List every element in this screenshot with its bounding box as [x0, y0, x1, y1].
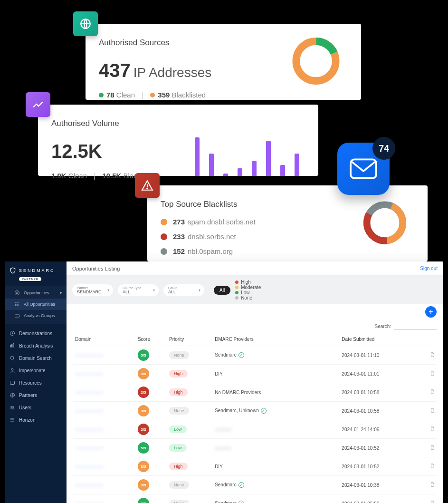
target-icon	[14, 290, 20, 296]
nav-group-opportunities: Opportunities▾ All Opportunities Analysi…	[5, 286, 67, 324]
document-icon	[430, 389, 435, 395]
cell-actions[interactable]	[420, 402, 437, 420]
cell-actions[interactable]	[420, 476, 437, 494]
warning-icon	[135, 173, 160, 198]
cell-actions[interactable]	[420, 457, 437, 476]
severity-high[interactable]: High	[235, 280, 261, 285]
svg-point-9	[16, 292, 18, 294]
col-domain[interactable]: Domain	[73, 333, 136, 346]
nav-resources[interactable]: Resources	[5, 377, 67, 389]
cell-actions[interactable]	[420, 346, 437, 365]
nav-all-opportunities[interactable]: All Opportunities	[5, 299, 67, 310]
svg-rect-15	[12, 344, 13, 347]
signout-link[interactable]: Sign out	[420, 266, 438, 271]
severity-none[interactable]: None	[235, 295, 261, 300]
nav-opportunities[interactable]: Opportunities▾	[5, 287, 67, 299]
table-row[interactable]: xxxxxxxxxxxx5/5NoneSendmarc✓2024-03-01 1…	[73, 346, 437, 365]
nav-impersonate[interactable]: Impersonate	[5, 364, 67, 377]
col-dmarc-providers[interactable]: DMARC Providers	[213, 333, 340, 346]
svg-point-22	[13, 406, 14, 408]
table-row[interactable]: xxxxxxxxxxxx5/5NoneSendmarc✓2024-03-01 0…	[73, 494, 437, 503]
cell-actions[interactable]	[420, 420, 437, 439]
severity-low[interactable]: Low	[235, 290, 261, 295]
table-row[interactable]: xxxxxxxxxxxx5/5Lowxxxxxxx2024-03-01 10:5…	[73, 439, 437, 457]
cell-domain: xxxxxxxxxxxx	[73, 365, 136, 383]
nav-horizon[interactable]: Horizon	[5, 414, 67, 426]
cell-actions[interactable]	[420, 494, 437, 503]
check-icon: ✓	[238, 482, 244, 488]
document-icon	[430, 352, 435, 358]
folder-icon	[14, 313, 20, 319]
cell-score: 3/5	[136, 457, 167, 476]
nav-analysis-groups[interactable]: Analysis Groups	[5, 310, 67, 321]
table-row[interactable]: xxxxxxxxxxxx3/5HighDIY2024-03-01 11:01	[73, 365, 437, 383]
add-button[interactable]: +	[425, 306, 437, 318]
page-title: Opportunities Listing	[72, 266, 120, 271]
document-icon	[430, 500, 435, 503]
cell-date: 2024-03-01 05:56	[340, 494, 420, 503]
table-row[interactable]: xxxxxxxxxxxx2/3Lowxxxxxxx2024-01-24 14:0…	[73, 420, 437, 439]
nav-domain-search[interactable]: Domain Search	[5, 352, 67, 364]
cell-score: 3/5	[136, 402, 167, 420]
cell-priority: None	[167, 346, 213, 365]
cell-providers: Sendmarc, Unknown✓	[213, 402, 340, 420]
cell-score: 5/5	[136, 494, 167, 503]
document-icon	[430, 463, 435, 469]
search-input[interactable]	[394, 322, 437, 330]
svg-point-8	[15, 291, 19, 295]
filter-all-pill[interactable]: All	[214, 286, 230, 295]
severity-moderate[interactable]: Moderate	[235, 285, 261, 290]
col-date-submitted[interactable]: Date Submitted	[340, 333, 420, 346]
document-icon	[430, 482, 435, 487]
card-top-blacklists: Top Source Blacklists 273 spam.dnsbl.sor…	[147, 185, 428, 261]
content-area: + Search: DomainScorePriorityDMARC Provi…	[67, 304, 443, 503]
cell-actions[interactable]	[420, 383, 437, 402]
nav-partners[interactable]: Partners	[5, 389, 67, 401]
mail-notification-icon[interactable]: 74	[337, 143, 390, 195]
col-score[interactable]: Score	[136, 333, 167, 346]
svg-point-3	[147, 188, 148, 189]
dashboard-panel: SENDMARC PARTNER Opportunities▾ All Oppo…	[5, 261, 443, 503]
card-authorised-volume: Authorised Volume 12.5K 1.9K Clean | 10.…	[38, 105, 318, 176]
card-title: Authorised Volume	[51, 119, 305, 128]
check-icon: ✓	[261, 408, 267, 414]
filter-partner[interactable]: Partner SENDMARC ▾	[72, 284, 113, 296]
cell-priority: None	[167, 476, 213, 494]
filter-source-type[interactable]: Source Type ALL ▾	[118, 284, 159, 296]
cell-priority: None	[167, 494, 213, 503]
cell-providers: xxxxxxx	[213, 420, 340, 439]
opportunities-table: DomainScorePriorityDMARC ProvidersDate S…	[73, 333, 437, 503]
nav-breach-analysis[interactable]: Breach Analysis	[5, 339, 67, 352]
cell-providers: Sendmarc✓	[213, 346, 340, 365]
svg-point-12	[15, 306, 16, 306]
cell-priority: High	[167, 365, 213, 383]
nav-users[interactable]: Users	[5, 401, 67, 414]
col-priority[interactable]: Priority	[167, 333, 213, 346]
svg-rect-7	[351, 159, 376, 178]
cell-date: 2024-01-24 14:06	[340, 420, 420, 439]
table-row[interactable]: xxxxxxxxxxxx3/5NoneSendmarc✓2024-03-01 1…	[73, 476, 437, 494]
cell-actions[interactable]	[420, 439, 437, 457]
nav-demonstrations[interactable]: Demonstrations	[5, 327, 67, 339]
svg-point-11	[15, 304, 16, 305]
col-actions[interactable]	[420, 333, 437, 346]
cell-providers: DIY	[213, 457, 340, 476]
cell-priority: Low	[167, 420, 213, 439]
search-field: Search:	[73, 322, 437, 330]
cell-date: 2024-03-01 10:52	[340, 457, 420, 476]
cell-date: 2024-03-01 11:10	[340, 346, 420, 365]
sources-donut-chart	[290, 35, 342, 89]
svg-point-10	[15, 303, 16, 303]
document-icon	[430, 445, 435, 450]
document-icon	[430, 426, 435, 432]
blacklists-donut-chart	[361, 199, 409, 248]
filter-group[interactable]: Group ALL ▾	[163, 284, 204, 296]
table-row[interactable]: xxxxxxxxxxxx2/5HighNo DMARC Providers202…	[73, 383, 437, 402]
cell-providers: Sendmarc✓	[213, 494, 340, 503]
cell-domain: xxxxxxxxxxxx	[73, 457, 136, 476]
table-row[interactable]: xxxxxxxxxxxx3/5NoneSendmarc, Unknown✓202…	[73, 402, 437, 420]
svg-rect-16	[13, 344, 14, 348]
table-row[interactable]: xxxxxxxxxxxx3/5HighDIY2024-03-01 10:52	[73, 457, 437, 476]
cell-actions[interactable]	[420, 365, 437, 383]
topbar: Opportunities Listing Sign out	[67, 261, 443, 276]
